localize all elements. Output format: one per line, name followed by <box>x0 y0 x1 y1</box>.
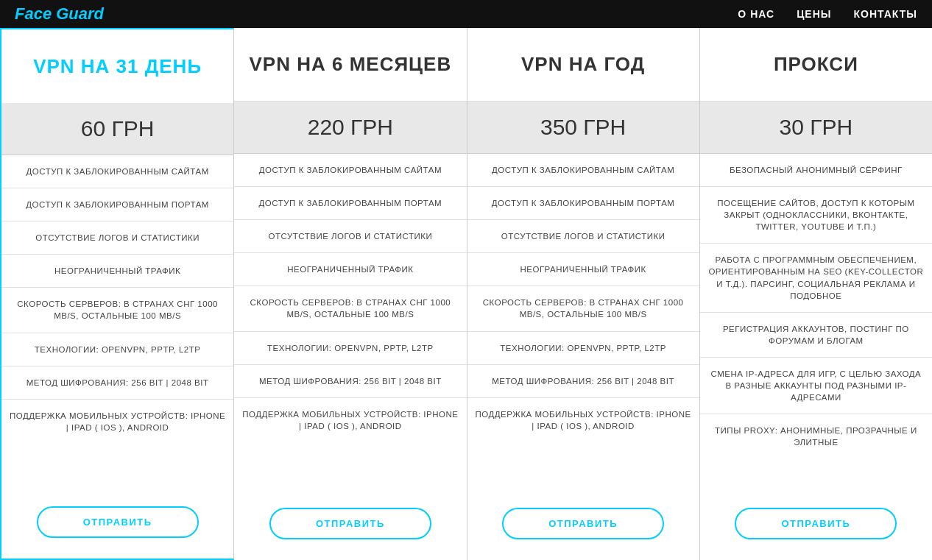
plan-col-vpn-6m: VPN НА 6 МЕСЯЦЕВ220 ГРНДОСТУП К ЗАБЛОКИР… <box>234 28 467 560</box>
nav-about[interactable]: О НАС <box>738 8 774 20</box>
feature-item: БЕЗОПАСНЫЙ АНОНИМНЫЙ СЁРФИНГ <box>700 154 932 187</box>
logo: Face Guard <box>15 4 104 24</box>
feature-item: НЕОГРАНИЧЕННЫЙ ТРАФИК <box>1 255 233 288</box>
plan-features-vpn-31: ДОСТУП К ЗАБЛОКИРОВАННЫМ САЙТАМДОСТУП К … <box>1 155 233 489</box>
pricing-section: VPN НА 31 ДЕНЬ60 ГРНДОСТУП К ЗАБЛОКИРОВА… <box>0 28 932 560</box>
feature-item: СКОРОСТЬ СЕРВЕРОВ: В СТРАНАХ СНГ 1000 MB… <box>234 286 466 331</box>
feature-item: ТИПЫ PROXY: АНОНИМНЫЕ, ПРОЗРАЧНЫЕ И ЭЛИТ… <box>700 414 932 458</box>
feature-item: ДОСТУП К ЗАБЛОКИРОВАННЫМ САЙТАМ <box>234 154 466 187</box>
plan-price-vpn-31: 60 ГРН <box>1 103 233 155</box>
plan-col-proxy: ПРОКСИ30 ГРНБЕЗОПАСНЫЙ АНОНИМНЫЙ СЁРФИНГ… <box>700 28 932 560</box>
feature-item: ПОДДЕРЖКА МОБИЛЬНЫХ УСТРОЙСТВ: IPHONE | … <box>1 400 233 444</box>
plan-title-vpn-year: VPN НА ГОД <box>467 28 699 102</box>
feature-item: МЕТОД ШИФРОВАНИЯ: 256 BIT | 2048 BIT <box>467 365 699 398</box>
feature-item: РЕГИСТРАЦИЯ АККАУНТОВ, ПОСТИНГ ПО ФОРУМА… <box>700 313 932 358</box>
feature-item: МЕТОД ШИФРОВАНИЯ: 256 BIT | 2048 BIT <box>1 366 233 400</box>
feature-item: ДОСТУП К ЗАБЛОКИРОВАННЫМ ПОРТАМ <box>234 187 466 220</box>
feature-item: ДОСТУП К ЗАБЛОКИРОВАННЫМ САЙТАМ <box>1 155 233 188</box>
feature-item: ТЕХНОЛОГИИ: OPENVPN, PPTP, L2TP <box>467 332 699 365</box>
nav-prices[interactable]: ЦЕНЫ <box>797 8 831 20</box>
feature-item: ДОСТУП К ЗАБЛОКИРОВАННЫМ ПОРТАМ <box>467 187 699 220</box>
send-button-vpn-year[interactable]: ОТПРАВИТЬ <box>502 508 664 539</box>
send-button-vpn-6m[interactable]: ОТПРАВИТЬ <box>269 508 431 539</box>
plan-price-proxy: 30 ГРН <box>700 102 932 154</box>
feature-item: ДОСТУП К ЗАБЛОКИРОВАННЫМ САЙТАМ <box>467 154 699 187</box>
send-button-proxy[interactable]: ОТПРАВИТЬ <box>735 508 897 539</box>
plan-title-proxy: ПРОКСИ <box>700 28 932 102</box>
send-button-vpn-31[interactable]: ОТПРАВИТЬ <box>37 506 199 538</box>
feature-item: СКОРОСТЬ СЕРВЕРОВ: В СТРАНАХ СНГ 1000 MB… <box>1 288 233 333</box>
plan-features-vpn-6m: ДОСТУП К ЗАБЛОКИРОВАННЫМ САЙТАМДОСТУП К … <box>234 154 466 490</box>
plan-col-vpn-31: VPN НА 31 ДЕНЬ60 ГРНДОСТУП К ЗАБЛОКИРОВА… <box>0 28 234 560</box>
btn-area-proxy: ОТПРАВИТЬ <box>700 490 932 560</box>
feature-item: ТЕХНОЛОГИИ: OPENVPN, PPTP, L2TP <box>1 333 233 366</box>
btn-area-vpn-6m: ОТПРАВИТЬ <box>234 490 466 560</box>
feature-item: ПОДДЕРЖКА МОБИЛЬНЫХ УСТРОЙСТВ: IPHONE | … <box>234 398 466 442</box>
plan-features-vpn-year: ДОСТУП К ЗАБЛОКИРОВАННЫМ САЙТАМДОСТУП К … <box>467 154 699 490</box>
plan-title-vpn-6m: VPN НА 6 МЕСЯЦЕВ <box>234 28 466 102</box>
feature-item: НЕОГРАНИЧЕННЫЙ ТРАФИК <box>467 253 699 286</box>
nav: О НАС ЦЕНЫ КОНТАКТЫ <box>738 8 917 20</box>
plan-features-proxy: БЕЗОПАСНЫЙ АНОНИМНЫЙ СЁРФИНГПОСЕЩЕНИЕ СА… <box>700 154 932 490</box>
feature-item: МЕТОД ШИФРОВАНИЯ: 256 BIT | 2048 BIT <box>234 365 466 398</box>
feature-item: СМЕНА IP-АДРЕСА ДЛЯ ИГР, С ЦЕЛЬЮ ЗАХОДА … <box>700 358 932 414</box>
plan-price-vpn-6m: 220 ГРН <box>234 102 466 154</box>
plan-col-vpn-year: VPN НА ГОД350 ГРНДОСТУП К ЗАБЛОКИРОВАННЫ… <box>467 28 700 560</box>
plan-price-vpn-year: 350 ГРН <box>467 102 699 154</box>
feature-item: ПОДДЕРЖКА МОБИЛЬНЫХ УСТРОЙСТВ: IPHONE | … <box>467 398 699 442</box>
nav-contacts[interactable]: КОНТАКТЫ <box>854 8 917 20</box>
plan-title-vpn-31: VPN НА 31 ДЕНЬ <box>1 29 233 103</box>
header: Face Guard О НАС ЦЕНЫ КОНТАКТЫ <box>0 0 932 28</box>
feature-item: ТЕХНОЛОГИИ: OPENVPN, PPTP, L2TP <box>234 332 466 365</box>
feature-item: ОТСУТСТВИЕ ЛОГОВ И СТАТИСТИКИ <box>234 220 466 253</box>
feature-item: СКОРОСТЬ СЕРВЕРОВ: В СТРАНАХ СНГ 1000 MB… <box>467 286 699 331</box>
btn-area-vpn-year: ОТПРАВИТЬ <box>467 490 699 560</box>
feature-item: РАБОТА С ПРОГРАММНЫМ ОБЕСПЕЧЕНИЕМ, ОРИЕН… <box>700 244 932 312</box>
feature-item: ДОСТУП К ЗАБЛОКИРОВАННЫМ ПОРТАМ <box>1 188 233 221</box>
feature-item: ПОСЕЩЕНИЕ САЙТОВ, ДОСТУП К КОТОРЫМ ЗАКРЫ… <box>700 187 932 244</box>
btn-area-vpn-31: ОТПРАВИТЬ <box>1 489 233 559</box>
feature-item: ОТСУТСТВИЕ ЛОГОВ И СТАТИСТИКИ <box>1 221 233 255</box>
feature-item: НЕОГРАНИЧЕННЫЙ ТРАФИК <box>234 253 466 286</box>
feature-item: ОТСУТСТВИЕ ЛОГОВ И СТАТИСТИКИ <box>467 220 699 253</box>
